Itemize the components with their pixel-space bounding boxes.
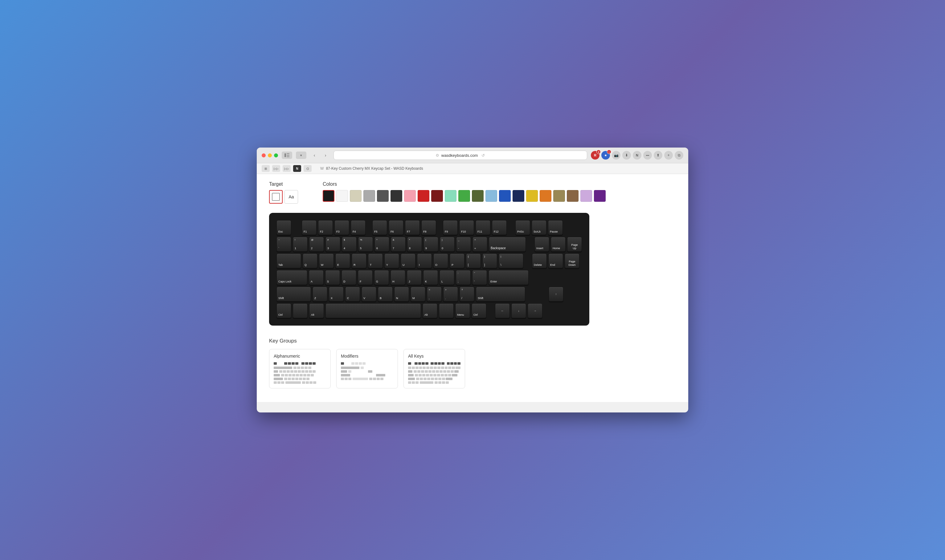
toolbar-btn-3[interactable]: ▷▷ [283,165,291,172]
key-s[interactable]: S [325,270,340,285]
key-group-modifiers[interactable]: Modifiers [336,349,398,388]
key-2[interactable]: @2 [309,237,324,252]
key-e[interactable]: E [335,254,350,268]
key-scrlk[interactable]: ScrLk [532,220,546,235]
key-o[interactable]: O [433,254,448,268]
key-f7[interactable]: F7 [405,220,420,235]
key-period[interactable]: >. [443,287,458,302]
target-text-option[interactable]: Aa [285,190,298,204]
color-swatch-mint[interactable] [445,190,456,202]
key-menu[interactable]: Menu [455,303,470,318]
color-swatch-navy[interactable] [513,190,524,202]
key-backslash[interactable]: |\ [499,254,523,268]
extension-download[interactable]: ⬇ [622,151,631,160]
key-minus[interactable]: _- [456,237,471,252]
key-prtsc[interactable]: PrtSc [515,220,530,235]
sidebar-toggle[interactable] [282,152,292,159]
key-pageup[interactable]: PageUp [567,237,582,252]
color-swatch-black[interactable] [323,190,335,202]
key-tab[interactable]: Tab [276,254,301,268]
key-6[interactable]: ^6 [375,237,389,252]
color-swatch-dark-gray[interactable] [377,190,388,202]
key-f[interactable]: F [358,270,373,285]
maximize-button[interactable] [274,154,278,157]
back-button[interactable]: ‹ [310,151,319,160]
key-win-left[interactable] [293,303,308,318]
key-p[interactable]: P [450,254,464,268]
extension-add-tab[interactable]: + [664,151,673,160]
toolbar-btn-5[interactable]: ⌬ [304,165,311,172]
key-alt-left[interactable]: Alt [309,303,324,318]
key-alt-right[interactable]: Alt [422,303,437,318]
key-down[interactable]: ↓ [511,303,526,318]
key-d[interactable]: D [342,270,356,285]
extension-notion[interactable]: N [633,151,641,160]
key-backspace[interactable]: Backspace [489,237,526,252]
toolbar-btn-2[interactable]: ▷▷ [272,165,280,172]
key-f2[interactable]: F2 [318,220,333,235]
extension-r[interactable]: R 2 [591,151,600,160]
key-1[interactable]: !1 [293,237,308,252]
color-swatch-pink[interactable] [404,190,416,202]
extension-star[interactable]: ★ 1 [601,151,610,160]
key-win-right[interactable] [439,303,454,318]
key-shift-left[interactable]: Shift [276,287,311,302]
key-z[interactable]: Z [313,287,327,302]
color-swatch-green[interactable] [458,190,470,202]
color-swatch-cream[interactable] [350,190,362,202]
key-8[interactable]: *8 [407,237,422,252]
address-bar[interactable]: ⊙ wasdkeyboards.com ↺ [333,151,587,160]
key-y[interactable]: Y [384,254,399,268]
key-q[interactable]: Q [303,254,318,268]
color-swatch-charcoal[interactable] [390,190,402,202]
color-swatch-blue[interactable] [499,190,511,202]
key-left[interactable]: ← [495,303,510,318]
color-swatch-lavender[interactable] [580,190,592,202]
tab-switcher[interactable]: ▾ [296,152,306,159]
toolbar-btn-1[interactable]: ⊞ [262,165,270,172]
key-semicolon[interactable]: :; [456,270,471,285]
key-7[interactable]: &7 [391,237,405,252]
key-group-alphanumeric[interactable]: Alphanumeric [269,349,331,388]
key-group-all-keys[interactable]: All Keys [404,349,465,388]
key-pagedown[interactable]: PageDown [565,254,580,268]
key-r[interactable]: R [351,254,367,268]
key-ctrl-right[interactable]: Ctrl [472,303,486,318]
key-t[interactable]: T [368,254,383,268]
key-f6[interactable]: F6 [388,220,404,235]
key-n[interactable]: N [394,287,409,302]
key-x[interactable]: X [329,287,344,302]
extension-camera[interactable]: 📷 [612,151,620,160]
color-swatch-khaki[interactable] [553,190,565,202]
key-home[interactable]: Home [551,237,566,252]
key-backtick[interactable]: ~` [276,237,291,252]
key-f11[interactable]: F11 [476,220,490,235]
key-f10[interactable]: F10 [459,220,474,235]
extension-tabs[interactable]: ⧉ [675,151,683,160]
color-swatch-red[interactable] [418,190,429,202]
key-h[interactable]: H [390,270,405,285]
key-u[interactable]: U [401,254,415,268]
key-f3[interactable]: F3 [335,220,349,235]
key-up[interactable]: ↑ [549,287,563,302]
key-f12[interactable]: F12 [492,220,507,235]
key-l[interactable]: L [439,270,454,285]
key-esc[interactable]: Esc [276,220,291,235]
key-5[interactable]: %5 [358,237,373,252]
extension-share[interactable]: ⬆ [654,151,662,160]
color-swatch-purple[interactable] [594,190,606,202]
target-key-option[interactable] [269,190,283,204]
key-right[interactable]: → [528,303,543,318]
color-swatch-olive[interactable] [472,190,484,202]
color-swatch-dark-red[interactable] [431,190,443,202]
key-bracket-open[interactable]: {[ [466,254,481,268]
key-space[interactable] [325,303,421,318]
key-b[interactable]: B [378,287,393,302]
color-swatch-light-gray[interactable] [364,190,375,202]
color-swatch-orange[interactable] [540,190,551,202]
key-f4[interactable]: F4 [351,220,365,235]
key-delete[interactable]: Delete [532,254,547,268]
key-slash[interactable]: ?/ [459,287,474,302]
key-k[interactable]: K [423,270,438,285]
key-i[interactable]: I [417,254,432,268]
